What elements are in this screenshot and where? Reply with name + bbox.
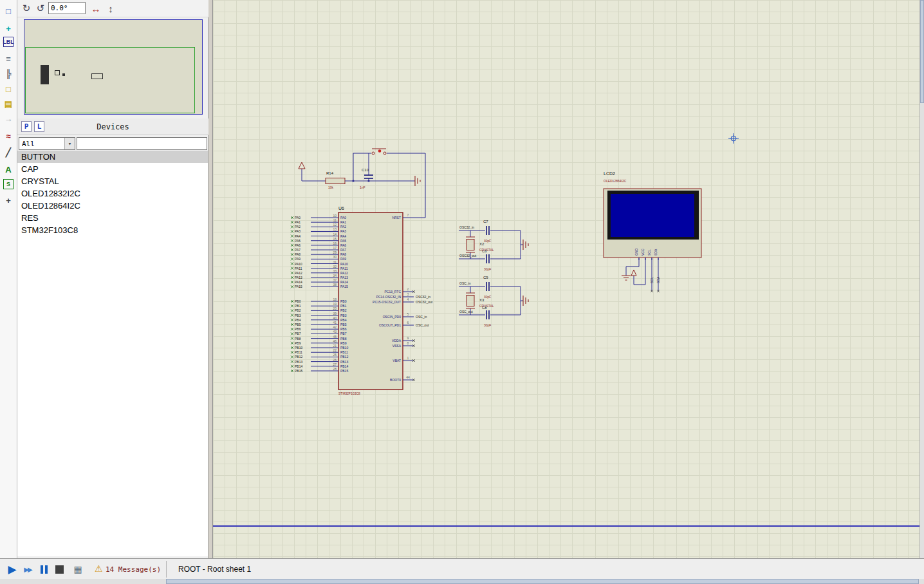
- pick-devices-button[interactable]: P: [21, 121, 32, 132]
- svg-text:OSCOUT_PD1: OSCOUT_PD1: [379, 323, 401, 327]
- mirror-vertical-icon: ↕: [108, 3, 113, 14]
- mirror-vertical-button[interactable]: ↕: [104, 2, 117, 15]
- svg-text:26: 26: [333, 358, 337, 362]
- horizontal-scrollbar[interactable]: [0, 579, 924, 584]
- device-filter-select[interactable]: All ▾: [19, 137, 75, 150]
- svg-text:OSC_out: OSC_out: [416, 323, 429, 327]
- crystal-x2-circuit[interactable]: OSC32_in C7 30pF OSC32_out C6 30pF X2 CR…: [459, 220, 528, 271]
- svg-text:PA14: PA14: [340, 280, 348, 284]
- rotate-counterclockwise-button[interactable]: ↺: [34, 2, 47, 15]
- svg-text:28: 28: [333, 367, 337, 371]
- resistor-value-label: 10k: [328, 185, 334, 189]
- svg-text:PB3: PB3: [295, 314, 301, 317]
- device-pin-tool[interactable]: →: [1, 111, 15, 126]
- wire-label-tool[interactable]: LBL: [3, 37, 14, 47]
- net-label: OSC32_in: [459, 225, 474, 229]
- device-filter-input[interactable]: [77, 137, 207, 150]
- schematic-canvas[interactable]: R14 10k C10 1nF U6 STM32F103C8 PA010PA0P…: [212, 0, 919, 558]
- mirror-horizontal-icon: ↔: [91, 3, 101, 14]
- netlist-viewer-button[interactable]: ▦: [71, 562, 85, 576]
- subcircuit-tool[interactable]: □: [1, 82, 15, 96]
- svg-text:18: 18: [333, 297, 337, 301]
- crystal-x2[interactable]: [467, 240, 474, 250]
- vertical-scrollbar-thumb[interactable]: [920, 0, 924, 103]
- svg-text:PA5: PA5: [295, 239, 300, 243]
- svg-text:PB13: PB13: [340, 360, 348, 364]
- net-label: OSC_out: [459, 310, 473, 314]
- library-button[interactable]: L: [34, 121, 44, 132]
- terminal-tool[interactable]: ▤: [1, 97, 15, 111]
- symbol-tool[interactable]: S: [3, 179, 14, 189]
- net-label: OSC_in: [459, 281, 471, 285]
- svg-text:PB8: PB8: [340, 337, 347, 341]
- play-button[interactable]: ▶: [5, 562, 19, 576]
- step-button[interactable]: ▶▶: [21, 562, 35, 576]
- device-list-item[interactable]: STM32F103C8: [17, 224, 208, 236]
- svg-text:PB2: PB2: [295, 308, 301, 312]
- svg-text:40: 40: [333, 316, 337, 320]
- pause-button[interactable]: [37, 562, 51, 576]
- svg-text:PA6: PA6: [295, 243, 300, 247]
- svg-text:PB1: PB1: [340, 304, 347, 308]
- marker-tool[interactable]: +: [1, 193, 15, 207]
- svg-text:PA14: PA14: [295, 280, 302, 284]
- svg-text:3: 3: [407, 292, 409, 296]
- reset-circuit[interactable]: R14 10k C10 1nF: [299, 149, 425, 218]
- text-tool[interactable]: A: [1, 162, 15, 176]
- svg-text:9: 9: [407, 336, 409, 340]
- stop-button[interactable]: [52, 562, 66, 576]
- svg-text:SDA: SDA: [654, 249, 658, 256]
- svg-text:PB12: PB12: [295, 355, 302, 359]
- cap-value-label: 30pF: [484, 267, 491, 271]
- svg-text:33: 33: [333, 269, 337, 273]
- tape-recorder-tool[interactable]: ╱: [1, 145, 15, 159]
- device-list-item[interactable]: RES: [17, 212, 208, 224]
- svg-text:PA15: PA15: [340, 285, 348, 288]
- netlist-icon: ▦: [73, 564, 82, 574]
- device-list-item[interactable]: CRYSTAL: [17, 175, 208, 187]
- device-list-item[interactable]: OLED12864I2C: [17, 200, 208, 212]
- devices-title: Devices: [97, 122, 129, 131]
- svg-text:PB6: PB6: [340, 327, 347, 331]
- button-indicator-dot[interactable]: [378, 149, 382, 153]
- mirror-horizontal-button[interactable]: ↔: [89, 2, 102, 15]
- rotate-clockwise-button[interactable]: ↻: [20, 2, 33, 15]
- text-script-tool[interactable]: ≡: [1, 52, 15, 66]
- overview-part-mark: [55, 70, 60, 75]
- schematic-overview[interactable]: [24, 19, 203, 115]
- rotate-clockwise-icon: ↻: [23, 3, 31, 14]
- svg-text:GND: GND: [634, 249, 638, 256]
- resistor-ref-label: R14: [326, 171, 334, 175]
- svg-text:44: 44: [406, 375, 410, 379]
- selection-tool[interactable]: +: [1, 21, 15, 35]
- svg-text:NRST: NRST: [392, 216, 401, 220]
- resistor-r14[interactable]: [326, 178, 345, 184]
- device-list-item[interactable]: OLED12832I2C: [17, 187, 208, 200]
- mcu-u6[interactable]: U6 STM32F103C8 PA010PA0PA111PA1PA212PA2P…: [291, 206, 433, 395]
- rotation-angle-input[interactable]: [48, 2, 86, 14]
- device-list-item[interactable]: BUTTON: [17, 151, 208, 163]
- svg-text:PA15: PA15: [295, 285, 302, 288]
- vertical-scrollbar[interactable]: [919, 0, 924, 558]
- device-list-item[interactable]: CAP: [17, 163, 208, 175]
- cap-value-label: 30pF: [484, 323, 491, 327]
- svg-text:PA1: PA1: [295, 220, 300, 224]
- warning-icon: ⚠: [95, 563, 103, 574]
- svg-text:37: 37: [333, 278, 337, 282]
- svg-text:42: 42: [333, 325, 337, 329]
- cap-ref-label: C9: [483, 276, 488, 279]
- horizontal-scrollbar-thumb[interactable]: [166, 579, 919, 584]
- crystal-ref-label: X2: [479, 242, 485, 246]
- bus-tool[interactable]: ╠: [1, 66, 15, 80]
- svg-text:32: 32: [333, 265, 337, 268]
- edit-window-tool[interactable]: □: [1, 4, 15, 18]
- lcd2-oled[interactable]: LCD2 OLED12864I2C GNDVCCSCLSDASCLSDA: [604, 171, 701, 292]
- graph-tool[interactable]: ≈: [1, 129, 15, 143]
- left-panel: ↻ ↺ ↔ ↕ P L Devices All ▾ BUTTONCAPCRYST…: [17, 0, 208, 558]
- svg-text:PB0: PB0: [340, 299, 347, 303]
- svg-text:PA4: PA4: [340, 234, 346, 238]
- message-count-label[interactable]: 14 Message(s): [106, 565, 161, 574]
- svg-text:PA10: PA10: [295, 262, 302, 266]
- crystal-x3[interactable]: [467, 296, 474, 306]
- crystal-x3-circuit[interactable]: OSC_in C9 30pF OSC_out C8 30pF X3 CRYSTA…: [459, 276, 528, 327]
